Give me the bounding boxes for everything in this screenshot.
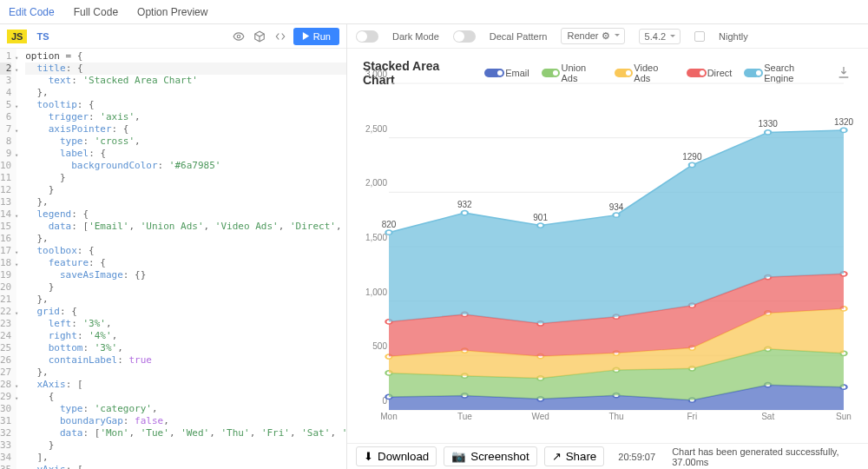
gear-icon: ⚙ [602,30,610,41]
version-select[interactable]: 5.4.2 [639,29,681,44]
svg-point-41 [765,130,771,135]
data-label: 1330 [759,119,778,129]
data-label: 932 [457,200,472,209]
cube-icon[interactable] [252,29,267,44]
nightly-checkbox[interactable] [694,31,705,42]
chart-area: Stacked Area Chart Email Union Ads Video… [347,49,868,443]
share-button[interactable]: ↗Share [544,446,605,466]
eye-icon[interactable] [231,29,247,44]
run-label: Run [313,31,331,42]
svg-point-40 [689,162,695,167]
svg-point-39 [613,213,619,217]
tab-option-preview[interactable]: Option Preview [137,6,207,18]
svg-point-42 [840,128,846,132]
svg-point-36 [385,230,391,234]
dark-mode-toggle[interactable] [356,30,378,43]
data-label: 934 [609,202,624,212]
data-label: 1290 [682,152,701,162]
svg-point-0 [237,35,240,38]
tab-full-code[interactable]: Full Code [74,6,118,18]
x-axis: MonTueWedThuFriSatSun [389,412,844,424]
data-label: 1320 [834,117,853,127]
legend-item-video[interactable]: Video Ads [615,63,674,83]
camera-icon: 📷 [451,450,466,463]
swatch-icon [615,69,631,77]
download-button[interactable]: ⬇Download [356,446,437,466]
dark-mode-label: Dark Mode [392,31,439,42]
chart-plot[interactable]: 820932901934129013301320 [389,83,844,410]
save-image-icon[interactable] [837,65,851,82]
swatch-icon [687,69,704,77]
data-label: 901 [533,213,548,222]
legend-item-union[interactable]: Union Ads [542,63,602,83]
swatch-icon [744,69,760,77]
legend-item-search[interactable]: Search Engine [744,63,823,83]
preview-toolbar: Dark Mode Decal Pattern Render ⚙ 5.4.2 N… [347,24,868,49]
status-time: 20:59:07 [618,452,655,462]
run-button[interactable]: Run [293,28,339,45]
y-axis: 05001,0001,5002,0002,5003,000 [363,83,387,410]
play-icon [302,32,310,40]
top-tab-bar: Edit Code Full Code Option Preview [0,0,868,24]
preview-footer: ⬇Download 📷Screenshot ↗Share 20:59:07 Ch… [347,443,868,469]
svg-point-38 [537,223,543,228]
chart-legend: Email Union Ads Video Ads Direct Search … [484,63,823,83]
code-editor[interactable]: 1▾2▾345▾67▾89▾1011121314▾151617▾18▾19202… [0,49,346,469]
share-icon: ↗ [552,450,562,463]
legend-item-email[interactable]: Email [484,63,529,83]
legend-item-direct[interactable]: Direct [687,63,733,83]
decal-toggle[interactable] [453,30,476,43]
screenshot-button[interactable]: 📷Screenshot [444,446,536,466]
data-label: 820 [382,220,397,229]
swatch-icon [484,69,502,77]
download-icon: ⬇ [364,450,373,463]
svg-point-37 [462,211,468,215]
format-icon[interactable] [273,29,288,44]
code-pane: JS TS Run 1▾2▾345▾67▾89▾1011121314▾15161… [0,24,347,469]
preview-pane: Dark Mode Decal Pattern Render ⚙ 5.4.2 N… [347,24,868,469]
tab-edit-code[interactable]: Edit Code [9,6,55,18]
swatch-icon [542,69,558,77]
status-message: Chart has been generated successfully, 3… [672,446,859,467]
render-select[interactable]: Render ⚙ [561,28,624,44]
lang-js-tab[interactable]: JS [7,30,27,43]
nightly-label: Nightly [719,31,748,42]
decal-label: Decal Pattern [490,31,548,42]
editor-toolbar: JS TS Run [0,24,346,49]
lang-ts-tab[interactable]: TS [32,30,53,43]
